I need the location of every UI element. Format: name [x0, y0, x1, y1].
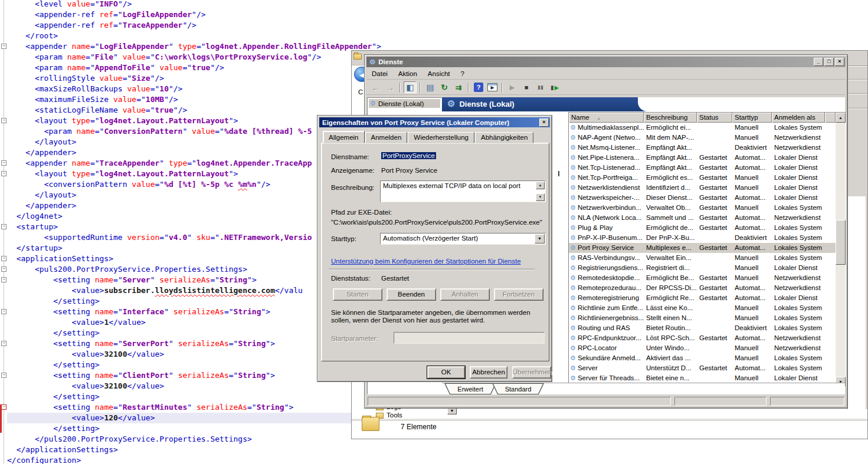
table-scrollbar[interactable]: ▲ ▼	[836, 113, 846, 387]
button-beenden[interactable]: Beenden	[386, 288, 436, 301]
service-row-netzwerkspeicher[interactable]: ⚙Netzwerkspeicher-...Dieser Dienst...Ges…	[569, 193, 846, 203]
dialog-tab-allgemein[interactable]: Allgemein	[323, 131, 365, 143]
gear-icon: ⚙	[570, 253, 576, 263]
close-button[interactable]: ×	[835, 58, 844, 66]
fold-marker-icon[interactable]: −	[1, 373, 6, 378]
fold-marker-icon[interactable]: −	[1, 266, 6, 272]
table-header[interactable]: Name▴BeschreibungStatusStarttypAnmelden …	[569, 113, 846, 123]
code-line: <value>120</value>	[7, 413, 352, 423]
service-row-rpc-endpunktzuor[interactable]: ⚙RPC-Endpunktzuor...Löst RPC-Sch...Gesta…	[569, 333, 846, 343]
service-row-nap-agent-netwo[interactable]: ⚙NAP-Agent (Netwo...Mit dem NAP-...Manue…	[569, 133, 846, 143]
tree-item-dienste-lokal[interactable]: ⚙ Dienste (Lokal)	[369, 99, 440, 108]
restart-service-icon[interactable]: ▮▶	[548, 81, 561, 93]
fold-marker-icon[interactable]: −	[1, 171, 6, 176]
service-row-remoteregistrierung[interactable]: ⚙RemoteregistrierungErmöglicht Re...Gest…	[569, 293, 846, 303]
extended-view-icon[interactable]: ▶	[487, 83, 497, 91]
button-starten[interactable]: Starten	[333, 288, 382, 301]
column-header-filler[interactable]	[825, 113, 836, 123]
menu-item-ansicht[interactable]: Ansicht	[422, 69, 456, 78]
dialog-tab-abh-ngigkeiten[interactable]: Abhängigkeiten	[475, 132, 533, 143]
service-row-remotedesktopdie[interactable]: ⚙Remotedesktopdie...Ermöglicht Be...Gest…	[569, 273, 846, 283]
dialog-tab-anmelden[interactable]: Anmelden	[365, 132, 408, 143]
service-row-nla-network-loca[interactable]: ⚙NLA (Network Loca...Sammelt und ...Gest…	[569, 213, 846, 223]
fold-marker-icon[interactable]: −	[1, 277, 6, 282]
scroll-up-icon[interactable]: ▲	[536, 182, 545, 189]
service-row-pnp-x-ip-busenum[interactable]: ⚙PnP-X-IP-Busenum...Der PnP-X-Bu...Deakt…	[569, 233, 846, 243]
beschreibung-textbox[interactable]: Multiplexes external TCP/IP data on loca…	[380, 180, 546, 202]
service-row-registrierungsdiens[interactable]: ⚙Registrierungsdiens...Registriert di...…	[569, 263, 846, 273]
button-anhalten[interactable]: Anhalten	[440, 288, 490, 301]
view-tab-standard[interactable]: Standard	[492, 383, 544, 394]
stop-service-icon[interactable]: ■	[520, 81, 533, 93]
properties-icon[interactable]: ▤	[424, 81, 437, 93]
service-row-server-f-r-threads[interactable]: ⚙Server für Threads...Bietet eine n...Ma…	[569, 373, 846, 383]
service-row-net-tcp-portfreiga[interactable]: ⚙Net.Tcp-Portfreiga...Ermöglicht es...Ge…	[569, 173, 846, 183]
start-service-icon[interactable]: ▶	[506, 81, 519, 93]
service-row-rpc-locator[interactable]: ⚙RPC-LocatorUnter Windo...ManuellNetzwer…	[569, 343, 846, 353]
services-titlebar[interactable]: ⚙ Dienste _ □ ×	[366, 57, 846, 67]
column-header-anmelden-als[interactable]: Anmelden als	[772, 113, 825, 123]
startoptionen-link[interactable]: Unterstützung beim Konfigurieren der Sta…	[331, 258, 521, 265]
fold-marker-icon[interactable]: −	[1, 224, 6, 229]
fold-marker-icon[interactable]: −	[1, 118, 6, 123]
service-row-sekund-re-anmeld[interactable]: ⚙Sekundäre Anmeld...Aktiviert das ...Man…	[569, 353, 846, 363]
column-header-status[interactable]: Status	[697, 113, 732, 123]
service-row-plug-play[interactable]: ⚙Plug & PlayErmöglicht de...GestartetAut…	[569, 223, 846, 233]
scrollbar-thumb[interactable]	[836, 220, 846, 265]
fold-marker-icon[interactable]: −	[1, 309, 6, 314]
service-row-richtlinienergebniss[interactable]: ⚙Richtlinienergebniss...Stellt einen N..…	[569, 313, 846, 323]
dialog-tab-wiederherstellung[interactable]: Wiederherstellung	[408, 132, 474, 143]
button-ok[interactable]: OK	[427, 366, 465, 379]
scroll-up-icon[interactable]: ▲	[836, 113, 846, 123]
pane-splitter[interactable]	[558, 171, 559, 176]
startparameter-input[interactable]	[394, 332, 545, 344]
service-row-netzwerklistendienst[interactable]: ⚙NetzwerklistendienstIdentifiziert d...G…	[569, 183, 846, 193]
fold-marker-icon[interactable]: −	[1, 341, 6, 346]
column-header-beschreibung[interactable]: Beschreibung	[644, 113, 697, 123]
forward-icon[interactable]: →	[384, 81, 397, 93]
help-icon[interactable]: ?	[474, 83, 483, 92]
service-row-netzwerkverbindun[interactable]: ⚙Netzwerkverbindun...Verwaltet Ob...Gest…	[569, 203, 846, 213]
service-row-port-proxy-service[interactable]: ⚙Port Proxy ServiceMultiplexes e...Gesta…	[569, 243, 846, 253]
selected-text[interactable]: PortProxyService	[381, 152, 436, 159]
service-row-net-msmq-listener[interactable]: ⚙Net.Msmq-Listener...Empfängt Akt...Deak…	[569, 143, 846, 153]
fold-marker-icon[interactable]: −	[1, 44, 6, 49]
service-row-ras-verbindungsv[interactable]: ⚙RAS-Verbindungsv...Verwaltet Ein...Manu…	[569, 253, 846, 263]
status-panel	[674, 397, 767, 406]
fold-marker-icon[interactable]: −	[1, 256, 6, 261]
column-header-name[interactable]: Name▴	[569, 113, 644, 123]
toolbar-separator	[468, 83, 469, 93]
starttyp-dropdown[interactable]: Automatisch (Verzögerter Start) ▼	[380, 233, 546, 245]
minimize-button[interactable]: _	[814, 58, 823, 66]
dialog-titlebar[interactable]: Eigenschaften von Port Proxy Service (Lo…	[319, 117, 550, 127]
fold-marker-icon[interactable]: −	[1, 160, 6, 166]
scroll-down-icon[interactable]: ▼	[536, 193, 545, 201]
show-tree-icon[interactable]: ◧	[404, 81, 417, 93]
export-list-icon[interactable]: ⇉	[452, 81, 465, 93]
view-tab-erweitert[interactable]: Erweitert	[444, 383, 496, 394]
service-row-net-pipe-listenera[interactable]: ⚙Net.Pipe-Listenera...Empfängt Akt...Ges…	[569, 153, 846, 163]
column-header-starttyp[interactable]: Starttyp	[732, 113, 772, 123]
back-icon[interactable]: ←	[369, 81, 382, 93]
service-row-multimediaklassenpl[interactable]: ⚙Multimediaklassenpl...Ermöglicht ei...M…	[569, 123, 846, 133]
close-icon[interactable]: ×	[539, 119, 549, 127]
service-row-server[interactable]: ⚙ServerUnterstützt D...GestartetAutomat.…	[569, 363, 846, 373]
menu-item-aktion[interactable]: Aktion	[393, 69, 422, 78]
service-row-remoteprozedurau[interactable]: ⚙Remoteprozedurau...Der RPCSS-Di...Gesta…	[569, 283, 846, 293]
service-row-richtlinie-zum-entfe[interactable]: ⚙Richtlinie zum Entfe...Lässt eine Ko...…	[569, 303, 846, 313]
menu-item-datei[interactable]: Datei	[366, 69, 393, 78]
chevron-down-icon[interactable]: ▼	[535, 234, 545, 243]
service-row-net-tcp-listenerad[interactable]: ⚙Net.Tcp-Listenerad...Empfängt Akt...Ges…	[569, 163, 846, 173]
pause-service-icon[interactable]: ▮▮	[534, 81, 547, 93]
button-abbrechen[interactable]: Abbrechen	[470, 366, 507, 379]
button-fortsetzen[interactable]: Fortsetzen	[494, 288, 543, 301]
code-line: </puls200.PortProxyService.Properties.Se…	[7, 434, 381, 445]
gear-icon: ⚙	[570, 333, 576, 343]
service-row-routing-und-ras[interactable]: ⚙Routing und RASBietet Routin...Deaktivi…	[569, 323, 846, 333]
fold-marker-icon[interactable]: −	[1, 404, 6, 410]
menu-item-item[interactable]: ?	[456, 69, 470, 78]
maximize-button[interactable]: □	[824, 58, 834, 66]
refresh-icon[interactable]: ↻	[438, 81, 451, 93]
button-bernehmen[interactable]: Übernehmen	[512, 366, 551, 379]
folder-item[interactable]: Tools	[376, 413, 453, 420]
